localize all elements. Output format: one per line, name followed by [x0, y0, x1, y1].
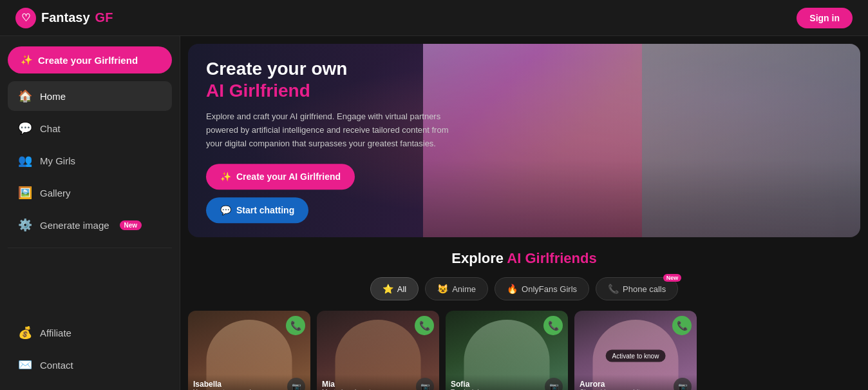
signin-button[interactable]: Sign in: [797, 8, 853, 28]
logo: ♡ FantasyGF: [15, 8, 113, 28]
sidebar: ✨ Create your Girlfriend 🏠 Home 💬 Chat 👥…: [0, 36, 180, 390]
sidebar-item-gallery[interactable]: 🖼️ Gallery: [8, 178, 172, 208]
girl-card-overlay-1: Isabella Your sweet companion: [188, 375, 310, 390]
explore-section: Explore AI Girlfriends ⭐ All 😺 Anime 🔥 O…: [180, 237, 868, 390]
hero-content: Create your own AI Girlfriend Explore an…: [206, 58, 451, 223]
all-icon: ⭐: [382, 284, 393, 294]
sidebar-label-contact: Contact: [40, 360, 73, 371]
hero-title-line2: AI Girlfriend: [206, 80, 451, 102]
main-content: Create your own AI Girlfriend Explore an…: [180, 36, 868, 390]
girl-card-1[interactable]: 📞 📷 Isabella Your sweet companion: [188, 311, 310, 390]
affiliate-icon: 💰: [18, 326, 32, 340]
chat-icon: 💬: [18, 121, 32, 135]
home-icon: 🏠: [18, 89, 32, 103]
chat-bubble-icon: 💬: [220, 205, 231, 215]
filter-tabs: ⭐ All 😺 Anime 🔥 OnlyFans Girls 📞 Phone c…: [188, 277, 860, 300]
phonecalls-badge-new: New: [663, 274, 682, 282]
filter-tab-anime[interactable]: 😺 Anime: [425, 277, 488, 300]
filter-tab-all[interactable]: ⭐ All: [370, 277, 419, 300]
girl-card-phone-btn-1[interactable]: 📞: [286, 316, 305, 335]
sidebar-label-chat: Chat: [40, 123, 61, 134]
activate-badge-4: Activate to know: [606, 350, 666, 362]
hero-title-line1: Create your own: [206, 58, 451, 80]
explore-title-white: Explore: [451, 250, 504, 266]
wand-icon: ✨: [21, 54, 33, 66]
girl-card-overlay-3: Sofia Tropical dream: [446, 375, 568, 390]
girl-card-name-2: Mia: [322, 380, 434, 389]
explore-title: Explore AI Girlfriends: [188, 250, 860, 267]
girl-card-phone-btn-2[interactable]: 📞: [415, 316, 434, 335]
sidebar-item-affiliate[interactable]: 💰 Affiliate: [8, 318, 172, 347]
girl-card-phone-btn-3[interactable]: 📞: [543, 316, 563, 335]
girl-card-4[interactable]: 📞 📷 Activate to know Aurora Cherry bloss…: [574, 311, 697, 390]
girl-card-name-3: Sofia: [451, 380, 563, 389]
sidebar-label-generate: Generate image: [40, 220, 109, 231]
girl-card-overlay-2: Mia Mysterious beauty: [317, 375, 439, 390]
my-girls-icon: 👥: [18, 153, 32, 168]
generate-icon: ⚙️: [18, 218, 32, 232]
hero-description: Explore and craft your AI girlfriend. En…: [206, 110, 451, 150]
girl-card-2[interactable]: 📞 📷 Mia Mysterious beauty: [317, 311, 439, 390]
sidebar-item-chat[interactable]: 💬 Chat: [8, 113, 172, 143]
hero-create-button[interactable]: ✨ Create your AI Girlfriend: [206, 164, 355, 190]
sidebar-item-contact[interactable]: ✉️ Contact: [8, 350, 172, 380]
sidebar-item-generate-image[interactable]: ⚙️ Generate image New: [8, 210, 172, 240]
girls-grid: 📞 📷 Isabella Your sweet companion 📞 📷 Mi…: [188, 311, 860, 390]
logo-icon: ♡: [15, 8, 36, 28]
sidebar-item-home[interactable]: 🏠 Home: [8, 81, 172, 111]
create-icon: ✨: [220, 171, 231, 182]
gallery-icon: 🖼️: [18, 186, 32, 200]
hero-girl-2: [642, 44, 860, 237]
layout: ✨ Create your Girlfriend 🏠 Home 💬 Chat 👥…: [0, 36, 868, 390]
sidebar-label-my-girls: My Girls: [40, 155, 75, 166]
contact-icon: ✉️: [18, 358, 32, 372]
girl-card-name-4: Aurora: [580, 380, 692, 389]
sidebar-label-home: Home: [40, 91, 66, 102]
hero-girls: [423, 44, 860, 237]
hero-girl-1: [423, 44, 641, 237]
sidebar-label-affiliate: Affiliate: [40, 327, 71, 338]
girl-card-phone-btn-4[interactable]: 📞: [672, 316, 692, 335]
sidebar-label-gallery: Gallery: [40, 188, 71, 199]
hero-chat-button[interactable]: 💬 Start chatting: [206, 197, 308, 223]
generate-badge-new: New: [120, 220, 142, 230]
onlyfans-icon: 🔥: [507, 284, 518, 294]
hero-buttons: ✨ Create your AI Girlfriend 💬 Start chat…: [206, 164, 451, 223]
hero-banner: Create your own AI Girlfriend Explore an…: [188, 44, 860, 237]
sidebar-spacer: [8, 256, 172, 315]
girl-card-overlay-4: Aurora Cherry blossom spirit: [574, 375, 697, 390]
filter-tab-onlyfans[interactable]: 🔥 OnlyFans Girls: [495, 277, 589, 300]
sidebar-divider: [8, 248, 172, 248]
logo-gf: GF: [95, 10, 113, 25]
sidebar-item-my-girls[interactable]: 👥 My Girls: [8, 146, 172, 175]
explore-title-pink: AI Girlfriends: [507, 250, 596, 266]
create-girlfriend-button[interactable]: ✨ Create your Girlfriend: [8, 46, 172, 73]
anime-icon: 😺: [437, 284, 448, 294]
girl-card-name-1: Isabella: [193, 380, 305, 389]
filter-tab-phonecalls[interactable]: 📞 Phone calls New: [596, 277, 678, 300]
phone-icon: 📞: [608, 284, 619, 294]
girl-card-3[interactable]: 📞 📷 Sofia Tropical dream: [446, 311, 568, 390]
logo-fantasy: Fantasy: [41, 10, 90, 25]
topnav: ♡ FantasyGF Sign in: [0, 0, 868, 36]
